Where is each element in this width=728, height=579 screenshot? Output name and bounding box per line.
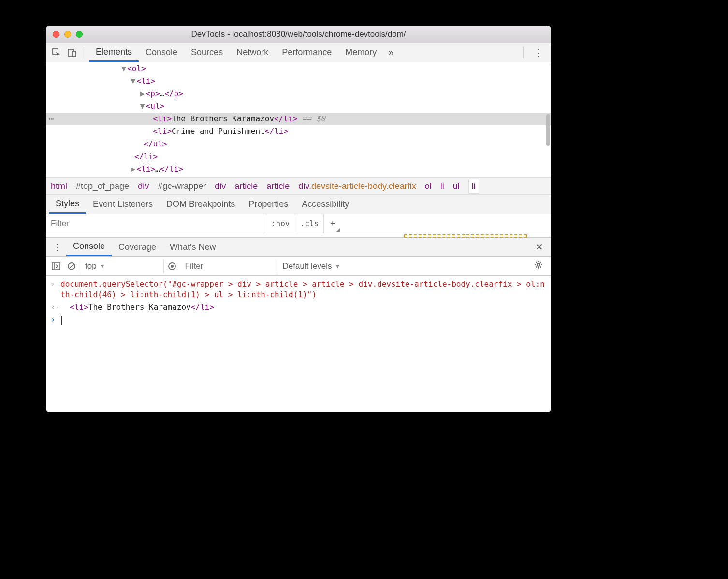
inspect-icon[interactable] bbox=[50, 46, 63, 59]
tab-sources[interactable]: Sources bbox=[184, 43, 230, 62]
tab-performance[interactable]: Performance bbox=[275, 43, 338, 62]
subtab-event-listeners[interactable]: Event Listeners bbox=[86, 195, 160, 214]
bc-gc-wrapper[interactable]: #gc-wrapper bbox=[158, 181, 206, 191]
bc-li[interactable]: li bbox=[440, 181, 444, 191]
console-cursor bbox=[61, 316, 62, 325]
window-title: DevTools - localhost:8080/web/tools/chro… bbox=[46, 29, 551, 39]
tab-console[interactable]: Console bbox=[139, 43, 184, 62]
subtab-properties[interactable]: Properties bbox=[242, 195, 295, 214]
console-output-row: ‹· <li>The Brothers Karamazov</li> bbox=[46, 301, 551, 314]
hov-toggle[interactable]: :hov bbox=[266, 214, 295, 233]
subtab-styles[interactable]: Styles bbox=[49, 195, 86, 214]
svg-rect-3 bbox=[52, 263, 60, 270]
bc-ol[interactable]: ol bbox=[425, 181, 432, 191]
live-expression-icon[interactable] bbox=[165, 259, 179, 274]
styles-content-stub bbox=[46, 233, 551, 237]
separator bbox=[523, 47, 524, 58]
bc-div2[interactable]: div bbox=[215, 181, 226, 191]
console-context-select[interactable]: top▼ bbox=[80, 260, 164, 273]
console-sidebar-toggle-icon[interactable] bbox=[49, 259, 63, 274]
console-filter-input[interactable] bbox=[180, 260, 277, 273]
console-input-row: › document.querySelector("#gc-wrapper > … bbox=[46, 278, 551, 301]
console-input-text: document.querySelector("#gc-wrapper > di… bbox=[60, 279, 546, 300]
drawer-tab-whats-new[interactable]: What's New bbox=[163, 238, 222, 256]
tabs-overflow-icon[interactable]: » bbox=[383, 43, 398, 62]
bc-article[interactable]: article bbox=[234, 181, 258, 191]
titlebar: DevTools - localhost:8080/web/tools/chro… bbox=[46, 26, 551, 43]
bc-article2[interactable]: article bbox=[266, 181, 290, 191]
tab-elements[interactable]: Elements bbox=[89, 43, 139, 62]
console-input-chevron-icon: › bbox=[51, 279, 60, 300]
svg-point-9 bbox=[537, 263, 540, 266]
cls-toggle[interactable]: .cls bbox=[295, 214, 324, 233]
console-levels-select[interactable]: Default levels▼ bbox=[278, 261, 346, 271]
subtab-dom-breakpoints[interactable]: DOM Breakpoints bbox=[160, 195, 242, 214]
tab-memory[interactable]: Memory bbox=[338, 43, 383, 62]
console-settings-icon[interactable] bbox=[529, 260, 548, 272]
subtab-accessibility[interactable]: Accessibility bbox=[295, 195, 356, 214]
tab-network[interactable]: Network bbox=[230, 43, 275, 62]
styles-sub-tabs: Styles Event Listeners DOM Breakpoints P… bbox=[46, 195, 551, 214]
dom-selected-node[interactable]: <li>The Brothers Karamazov</li> == $0 bbox=[46, 113, 551, 125]
svg-line-6 bbox=[69, 264, 74, 269]
bc-li-selected[interactable]: li bbox=[468, 179, 479, 194]
console-prompt-chevron-icon: › bbox=[51, 315, 60, 325]
device-toggle-icon[interactable] bbox=[65, 46, 79, 59]
minimize-icon[interactable] bbox=[64, 31, 71, 38]
new-style-rule-icon[interactable]: ＋ bbox=[323, 214, 341, 233]
main-toolbar: Elements Console Sources Network Perform… bbox=[46, 43, 551, 62]
settings-kebab-icon[interactable]: ⋮ bbox=[528, 47, 547, 58]
styles-filter-input[interactable] bbox=[46, 214, 266, 233]
bc-top-of-page[interactable]: #top_of_page bbox=[76, 181, 129, 191]
console-body[interactable]: › document.querySelector("#gc-wrapper > … bbox=[46, 276, 551, 412]
scrollbar-thumb[interactable] bbox=[546, 114, 550, 146]
console-prompt-row[interactable]: › bbox=[46, 314, 551, 326]
console-output-text: <li>The Brothers Karamazov</li> bbox=[60, 302, 214, 313]
styles-filter-row: :hov .cls ＋ bbox=[46, 214, 551, 233]
breadcrumb: html #top_of_page div #gc-wrapper div ar… bbox=[46, 177, 551, 195]
dom-tree[interactable]: ▼<ol> ▼<li> ▶<p>…</p> ▼<ul> <li>The Brot… bbox=[46, 62, 551, 177]
separator bbox=[84, 47, 84, 58]
bc-div[interactable]: div bbox=[138, 181, 149, 191]
zoom-icon[interactable] bbox=[76, 31, 83, 38]
devtools-window: DevTools - localhost:8080/web/tools/chro… bbox=[46, 26, 551, 412]
bc-html[interactable]: html bbox=[51, 181, 67, 191]
console-toolbar: top▼ Default levels▼ bbox=[46, 257, 551, 276]
svg-point-8 bbox=[171, 265, 174, 268]
main-tabs: Elements Console Sources Network Perform… bbox=[89, 43, 518, 62]
drawer-tab-console[interactable]: Console bbox=[66, 238, 112, 256]
bc-ul[interactable]: ul bbox=[453, 181, 460, 191]
close-icon[interactable] bbox=[53, 31, 59, 38]
bc-devsite[interactable]: div.devsite-article-body.clearfix bbox=[298, 181, 416, 191]
drawer-kebab-icon[interactable]: ⋮ bbox=[49, 238, 66, 256]
drawer-tab-coverage[interactable]: Coverage bbox=[112, 238, 163, 256]
traffic-lights bbox=[46, 31, 83, 38]
svg-rect-2 bbox=[72, 51, 76, 57]
drawer-close-icon[interactable]: ✕ bbox=[530, 238, 548, 256]
clear-console-icon[interactable] bbox=[64, 259, 79, 274]
drawer-tabs: ⋮ Console Coverage What's New ✕ bbox=[46, 237, 551, 257]
console-output-chevron-icon: ‹· bbox=[51, 302, 60, 313]
